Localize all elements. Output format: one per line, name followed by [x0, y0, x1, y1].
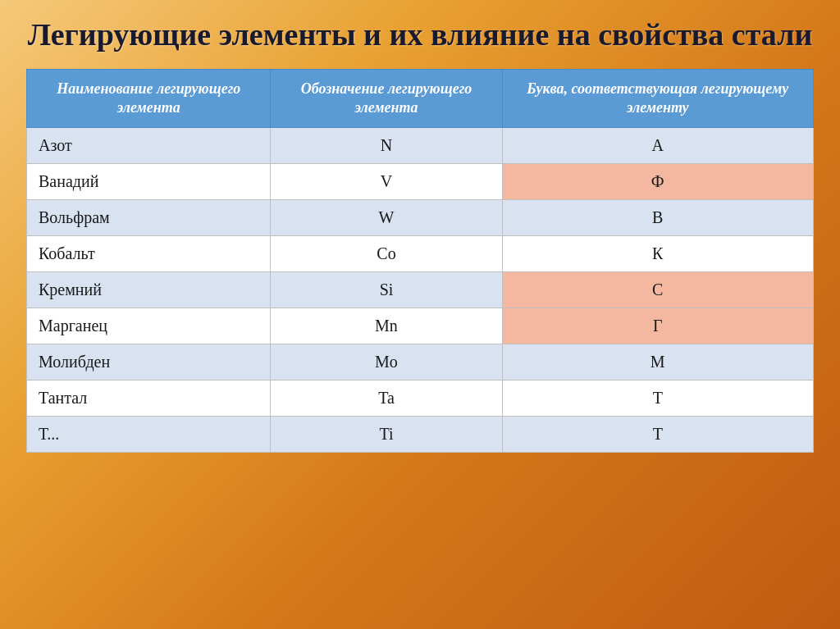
cell-letter: В — [502, 200, 814, 236]
cell-name: Молибден — [27, 344, 271, 381]
table-row: МолибденMoМ — [27, 344, 814, 381]
cell-letter: Т — [502, 381, 814, 417]
cell-name: Кремний — [27, 272, 271, 308]
cell-symbol: V — [271, 164, 502, 200]
cell-symbol: Co — [271, 236, 502, 272]
cell-symbol: N — [271, 128, 502, 164]
col-header-name: Наименование легирующего элемента — [27, 69, 271, 128]
table-row: МарганецMnГ — [27, 308, 814, 344]
cell-letter: М — [502, 344, 814, 381]
cell-letter: Ф — [502, 164, 814, 200]
cell-letter: Т — [502, 417, 814, 453]
table-row: ВанадийVФ — [27, 164, 814, 200]
cell-symbol: Mn — [271, 308, 502, 344]
cell-letter: К — [502, 236, 814, 272]
cell-name: Ванадий — [27, 164, 271, 200]
cell-symbol: Ti — [271, 417, 502, 453]
col-header-symbol: Обозначение легирующего элемента — [271, 69, 502, 128]
cell-symbol: W — [271, 200, 502, 236]
table-row: КобальтCoК — [27, 236, 814, 272]
col-header-letter: Буква, соответствующая легирующему элеме… — [502, 69, 814, 128]
table-row: АзотNА — [27, 128, 814, 164]
table-row: Т...TiТ — [27, 417, 814, 453]
cell-symbol: Si — [271, 272, 502, 308]
cell-name: Вольфрам — [27, 200, 271, 236]
cell-symbol: Ta — [271, 381, 502, 417]
cell-name: Тантал — [27, 381, 271, 417]
elements-table: Наименование легирующего элемента Обозна… — [26, 69, 814, 454]
cell-name: Азот — [27, 128, 271, 164]
page-title: Легирующие элементы и их влияние на свой… — [28, 16, 813, 54]
cell-letter: А — [502, 128, 814, 164]
cell-letter: С — [502, 272, 814, 308]
cell-symbol: Mo — [271, 344, 502, 381]
table-row: ТанталTaТ — [27, 381, 814, 417]
cell-letter: Г — [502, 308, 814, 344]
cell-name: Т... — [27, 417, 271, 453]
cell-name: Марганец — [27, 308, 271, 344]
table-row: КремнийSiС — [27, 272, 814, 308]
content-wrapper: Легирующие элементы и их влияние на свой… — [0, 0, 840, 461]
cell-name: Кобальт — [27, 236, 271, 272]
table-row: ВольфрамWВ — [27, 200, 814, 236]
